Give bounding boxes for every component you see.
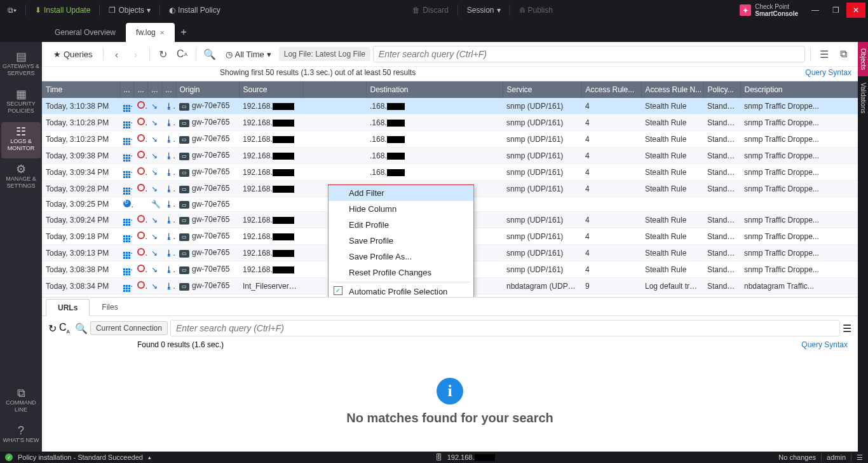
queries-button[interactable]: ★Queries bbox=[48, 47, 98, 62]
gateway-icon: ▭ bbox=[179, 217, 189, 225]
auto-refresh-button[interactable]: CA bbox=[174, 46, 191, 62]
table-row[interactable]: Today, 3:09:38 PM↘⭳▭gw-70e765192.168..16… bbox=[42, 148, 858, 164]
info-icon: i bbox=[437, 378, 463, 404]
tab-urls[interactable]: URLs bbox=[46, 299, 90, 316]
sidebar-item-gateways[interactable]: ▤GATEWAYS & SERVERS bbox=[1, 47, 41, 83]
ctx-auto-profile[interactable]: ✓Automatic Profile Selection bbox=[329, 284, 473, 297]
document-tabs: General Overview fw.log✕ ＋ bbox=[0, 20, 868, 42]
add-tab-button[interactable]: ＋ bbox=[177, 25, 190, 38]
bottom-auto-refresh-button[interactable]: CA bbox=[59, 322, 70, 335]
sidebar-item-manage[interactable]: ⚙MANAGE & SETTINGS bbox=[1, 160, 41, 196]
session-dropdown[interactable]: Session▾ bbox=[462, 4, 506, 17]
status-menu[interactable]: ☰ bbox=[857, 453, 863, 462]
download-icon: ⭳ bbox=[165, 102, 175, 111]
gateway-icon: ▭ bbox=[179, 250, 189, 258]
left-sidebar: ▤GATEWAYS & SERVERS ▦SECURITY POLICIES ☷… bbox=[0, 42, 42, 452]
search-input[interactable] bbox=[373, 46, 805, 62]
check-icon: ✓ bbox=[334, 286, 342, 295]
tab-files[interactable]: Files bbox=[90, 298, 130, 315]
tab-fwlog[interactable]: fw.log✕ bbox=[126, 23, 175, 42]
col-time[interactable]: Time bbox=[42, 81, 119, 98]
table-row[interactable]: Today, 3:10:38 PM↘⭳▭gw-70e765192.168..16… bbox=[42, 98, 858, 114]
drop-icon bbox=[137, 232, 145, 239]
col-origin[interactable]: Origin bbox=[175, 81, 239, 98]
servers-icon: ▤ bbox=[3, 53, 39, 60]
install-policy-button[interactable]: ◐ Install Policy bbox=[164, 4, 226, 17]
col-destination[interactable]: Destination bbox=[366, 81, 503, 98]
col-description[interactable]: Description bbox=[740, 81, 858, 98]
time-range-dropdown[interactable]: ◷All Time ▾ bbox=[220, 47, 276, 62]
col-service[interactable]: Service bbox=[503, 81, 581, 98]
right-tab-objects[interactable]: Objects bbox=[858, 42, 868, 76]
table-row[interactable]: Today, 3:10:23 PM↘⭳▭gw-70e765192.168..16… bbox=[42, 131, 858, 148]
brand: ✦ Check PointSmartConsole bbox=[740, 3, 798, 17]
col-i3[interactable]: ... bbox=[147, 81, 161, 98]
col-i4[interactable]: ... bbox=[161, 81, 175, 98]
ctx-save-profile[interactable]: Save Profile bbox=[329, 233, 473, 249]
download-icon: ⭳ bbox=[165, 200, 175, 209]
window-maximize[interactable]: ❐ bbox=[826, 3, 845, 18]
sidebar-item-commandline[interactable]: ⧉COMMAND LINE bbox=[1, 384, 41, 420]
cube-icon: ❒ bbox=[109, 6, 116, 15]
bottom-search-input[interactable] bbox=[170, 320, 840, 336]
query-syntax-link[interactable]: Query Syntax bbox=[805, 68, 851, 77]
sidebar-item-security[interactable]: ▦SECURITY POLICIES bbox=[1, 85, 41, 121]
table-row[interactable]: Today, 3:10:28 PM↘⭳▭gw-70e765192.168..16… bbox=[42, 114, 858, 131]
title-bar: ⧉▾ ⬇ Install Update ❒ Objects▾ ◐ Install… bbox=[0, 0, 868, 20]
db-icon: 🗄 bbox=[435, 453, 442, 461]
col-i2[interactable]: ... bbox=[133, 81, 147, 98]
gateway-icon: ▭ bbox=[179, 120, 189, 127]
bottom-query-syntax-link[interactable]: Query Syntax bbox=[801, 340, 848, 349]
table-row[interactable]: Today, 3:09:34 PM↘⭳▭gw-70e765192.168..16… bbox=[42, 164, 858, 181]
drop-icon bbox=[137, 101, 145, 109]
sidebar-item-logs[interactable]: ☷LOGS & MONITOR bbox=[1, 122, 41, 158]
gateway-icon: ▭ bbox=[179, 169, 189, 177]
refresh-button[interactable]: ↻ bbox=[155, 46, 172, 62]
drop-icon bbox=[137, 281, 145, 289]
drop-icon bbox=[137, 248, 145, 256]
drop-icon bbox=[137, 151, 145, 158]
right-sidebar: Objects Validations bbox=[858, 42, 868, 452]
right-tab-validations[interactable]: Validations bbox=[858, 76, 868, 120]
ctx-reset-profile[interactable]: Reset Profile Changes bbox=[329, 265, 473, 280]
status-ip: 192.168. bbox=[447, 453, 495, 462]
drop-icon bbox=[137, 265, 145, 272]
gateway-icon: ▭ bbox=[179, 186, 189, 193]
nav-forward-button[interactable]: › bbox=[128, 46, 144, 62]
bottom-menu-button[interactable]: ☰ bbox=[843, 322, 851, 335]
app-menu[interactable]: ⧉▾ bbox=[3, 4, 22, 17]
col-i1[interactable]: ... bbox=[119, 81, 133, 98]
current-connection-chip[interactable]: Current Connection bbox=[90, 321, 168, 335]
sidebar-item-whatsnew[interactable]: ?WHAT'S NEW bbox=[1, 421, 41, 450]
list-view-button[interactable]: ☰ bbox=[816, 46, 832, 62]
trash-icon: 🗑 bbox=[412, 6, 420, 15]
close-icon[interactable]: ✕ bbox=[159, 29, 165, 36]
terminal-icon: ⧉ bbox=[3, 390, 39, 397]
tab-general-overview[interactable]: General Overview bbox=[44, 23, 126, 42]
ctx-edit-profile[interactable]: Edit Profile bbox=[329, 217, 473, 233]
ctx-add-filter[interactable]: Add Filter bbox=[329, 185, 473, 201]
download-icon: ⭳ bbox=[165, 216, 175, 225]
ctx-hide-column[interactable]: Hide Column bbox=[329, 201, 473, 217]
window-minimize[interactable]: — bbox=[806, 3, 825, 18]
gateway-icon: ▭ bbox=[179, 266, 189, 274]
objects-dropdown[interactable]: ❒ Objects▾ bbox=[104, 4, 156, 17]
install-update-button[interactable]: ⬇ Install Update bbox=[30, 4, 95, 17]
col-access-rule-n[interactable]: Access Rule N... bbox=[641, 81, 703, 98]
log-file-chip[interactable]: Log File: Latest Log File bbox=[279, 47, 370, 61]
status-no-changes: No changes bbox=[778, 453, 816, 461]
gateway-icon: ▭ bbox=[179, 201, 189, 209]
external-button[interactable]: ⧉ bbox=[835, 46, 851, 62]
col-policy[interactable]: Policy... bbox=[703, 81, 740, 98]
discard-button[interactable]: 🗑 Discard bbox=[407, 4, 454, 17]
col-access-rule[interactable]: Access Rule... bbox=[581, 81, 641, 98]
brand-logo-icon: ✦ bbox=[740, 4, 751, 16]
window-close[interactable]: ✕ bbox=[846, 3, 865, 18]
control-icon bbox=[123, 200, 131, 207]
bottom-refresh-button[interactable]: ↻ bbox=[48, 322, 57, 335]
ctx-save-profile-as[interactable]: Save Profile As... bbox=[329, 249, 473, 265]
drop-icon bbox=[137, 167, 145, 175]
col-source[interactable]: Source bbox=[239, 81, 302, 98]
nav-back-button[interactable]: ‹ bbox=[109, 46, 125, 62]
publish-button[interactable]: ⋒ Publish bbox=[514, 4, 558, 17]
